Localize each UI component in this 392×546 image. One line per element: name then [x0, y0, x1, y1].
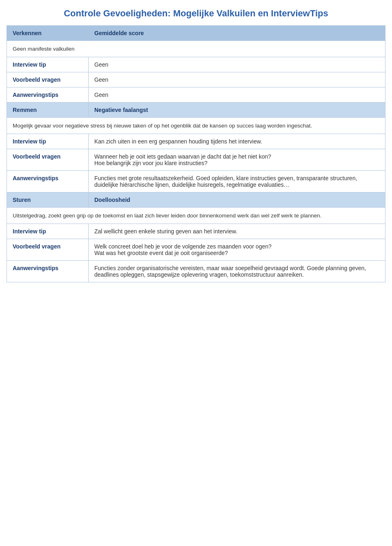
two-col-row-2: Voorbeeld vragenGeen — [7, 72, 385, 87]
row-value: Wanneer heb je ooit iets gedaan waarvan … — [89, 149, 385, 171]
header-col1: Verkennen — [7, 26, 89, 41]
section-header-col1: Sturen — [7, 192, 89, 208]
section-header-col1: Remmen — [7, 103, 89, 118]
row-label: Aanwervingstips — [7, 171, 89, 192]
two-col-row-11: Interview tipZal wellicht geen enkele st… — [7, 224, 385, 239]
two-col-row-13: AanwervingstipsFuncties zonder organisat… — [7, 261, 385, 282]
full-row-cell: Mogelijk gevaar voor negatieve stress bi… — [7, 118, 385, 134]
two-col-row-8: AanwervingstipsFuncties met grote result… — [7, 171, 385, 192]
row-value: Functies zonder organisatorische vereist… — [89, 261, 385, 282]
full-row-10: Uitstelgedrag, zoekt geen grip op de toe… — [7, 208, 385, 224]
main-table: Verkennen Gemiddelde score Geen manifest… — [7, 25, 385, 282]
row-value: Kan zich uiten in een erg gespannen houd… — [89, 134, 385, 149]
row-value: Geen — [89, 72, 385, 87]
section-header-row-9: SturenDoelloosheid — [7, 192, 385, 208]
full-row-0: Geen manifeste valkuilen — [7, 41, 385, 57]
row-label: Voorbeeld vragen — [7, 239, 89, 261]
row-label: Interview tip — [7, 57, 89, 72]
two-col-row-3: AanwervingstipsGeen — [7, 87, 385, 103]
row-value: Welk concreet doel heb je voor de volgen… — [89, 239, 385, 261]
two-col-row-12: Voorbeeld vragenWelk concreet doel heb j… — [7, 239, 385, 261]
header-col2: Gemiddelde score — [89, 26, 385, 41]
row-label: Voorbeeld vragen — [7, 149, 89, 171]
page-title: Controle Gevoeligheden: Mogelijke Valkui… — [7, 8, 385, 19]
row-label: Interview tip — [7, 224, 89, 239]
row-value: Geen — [89, 87, 385, 103]
row-label: Interview tip — [7, 134, 89, 149]
full-row-cell: Uitstelgedrag, zoekt geen grip op de toe… — [7, 208, 385, 224]
two-col-row-7: Voorbeeld vragenWanneer heb je ooit iets… — [7, 149, 385, 171]
section-header-col2: Negatieve faalangst — [89, 103, 385, 118]
page: Controle Gevoeligheden: Mogelijke Valkui… — [0, 0, 392, 291]
section-header-col2: Doelloosheid — [89, 192, 385, 208]
row-value: Zal wellicht geen enkele sturing geven a… — [89, 224, 385, 239]
row-value: Geen — [89, 57, 385, 72]
row-label: Aanwervingstips — [7, 87, 89, 103]
section-header-row-4: RemmenNegatieve faalangst — [7, 103, 385, 118]
full-row-cell: Geen manifeste valkuilen — [7, 41, 385, 57]
row-label: Voorbeeld vragen — [7, 72, 89, 87]
two-col-row-1: Interview tipGeen — [7, 57, 385, 72]
two-col-row-6: Interview tipKan zich uiten in een erg g… — [7, 134, 385, 149]
row-label: Aanwervingstips — [7, 261, 89, 282]
row-value: Functies met grote resultaatszekerheid. … — [89, 171, 385, 192]
full-row-5: Mogelijk gevaar voor negatieve stress bi… — [7, 118, 385, 134]
table-header-row: Verkennen Gemiddelde score — [7, 26, 385, 41]
